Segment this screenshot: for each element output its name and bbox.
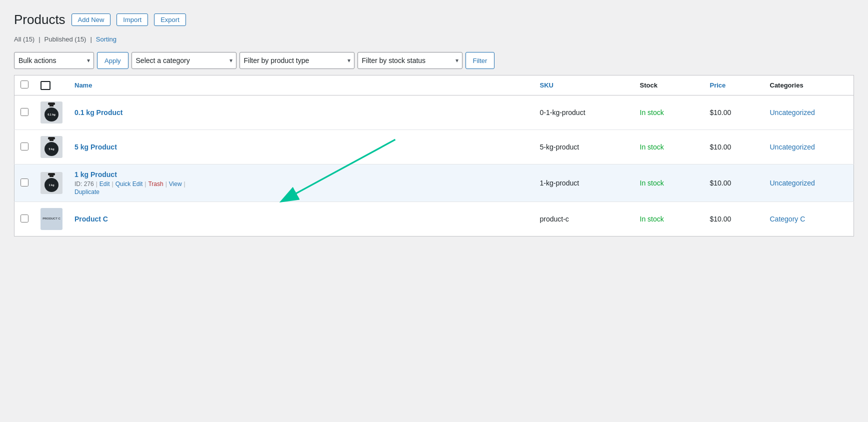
quick-edit-link[interactable]: Quick Edit [116, 180, 143, 188]
stock-status-select[interactable]: Filter by stock status [358, 52, 462, 69]
price-col-header[interactable]: Price [704, 76, 764, 96]
product-sku-cell: 0-1-kg-product [534, 96, 634, 130]
product-name-cell: 5 kg Product [68, 130, 534, 164]
product-sku: product-c [540, 215, 569, 223]
product-categories-cell: Uncategorized [764, 164, 854, 202]
product-category-link[interactable]: Category C [770, 215, 806, 223]
product-price: $10.00 [710, 143, 732, 151]
apply-button[interactable]: Apply [97, 52, 128, 69]
select-all-col [14, 76, 35, 96]
product-name-link[interactable]: 0.1 kg Product [74, 108, 528, 116]
image-col-header [34, 76, 68, 96]
separator-1: | [38, 36, 40, 43]
add-new-button[interactable]: Add New [72, 14, 111, 26]
product-categories-cell: Category C [764, 202, 854, 236]
product-thumb-cell: PRODUCT C [34, 202, 68, 236]
stock-status: In stock [640, 179, 664, 187]
product-name-cell: Product C [68, 202, 534, 236]
product-sku: 5-kg-product [540, 143, 580, 151]
table-row: 5 kg 5 kg Product 5-kg-product In stock … [14, 130, 854, 164]
row-checkbox[interactable] [20, 108, 28, 116]
duplicate-link[interactable]: Duplicate [74, 188, 100, 196]
table-row: 0.1 kg 0.1 kg Product 0-1-kg-product In … [14, 96, 854, 130]
product-name-link[interactable]: 5 kg Product [74, 143, 528, 151]
import-button[interactable]: Import [116, 14, 148, 26]
product-price-cell: $10.00 [704, 96, 764, 130]
product-price: $10.00 [710, 215, 732, 223]
products-table-container: Name SKU Stock Price Categories 0.1 kg 0… [14, 75, 854, 236]
toolbar: Bulk actions ▾ Apply Select a category ▾… [14, 48, 854, 73]
product-row-actions: ID: 276 | Edit | Quick Edit | Trash | Vi… [74, 180, 528, 188]
table-row: PRODUCT C Product C product-c In stock $… [14, 202, 854, 236]
row-checkbox-cell [14, 96, 35, 130]
product-price-cell: $10.00 [704, 164, 764, 202]
product-thumb-cell: 1 kg [34, 164, 68, 202]
product-price-cell: $10.00 [704, 202, 764, 236]
row-checkbox-cell [14, 164, 35, 202]
product-name-link[interactable]: Product C [74, 215, 528, 223]
trash-link[interactable]: Trash [148, 180, 163, 188]
product-name-link[interactable]: 1 kg Product [74, 170, 528, 178]
export-button[interactable]: Export [154, 14, 186, 26]
product-sku: 1-kg-product [540, 179, 580, 187]
product-stock-cell: In stock [634, 164, 704, 202]
product-stock-cell: In stock [634, 130, 704, 164]
stock-status: In stock [640, 108, 664, 116]
sku-col-header[interactable]: SKU [534, 76, 634, 96]
table-header-row: Name SKU Stock Price Categories [14, 76, 854, 96]
row-checkbox[interactable] [20, 178, 28, 186]
product-type-select[interactable]: Filter by product type [240, 52, 354, 69]
bulk-actions-wrapper: Bulk actions ▾ [14, 52, 94, 69]
product-sku-cell: 1-kg-product [534, 164, 634, 202]
product-sku-cell: 5-kg-product [534, 130, 634, 164]
sep3: | [144, 180, 146, 188]
filter-button[interactable]: Filter [466, 52, 495, 69]
tab-sorting[interactable]: Sorting [96, 36, 116, 43]
product-category-link[interactable]: Uncategorized [770, 143, 815, 151]
page-title: Products [14, 12, 66, 28]
stock-status-filter-wrapper: Filter by stock status ▾ [358, 52, 462, 69]
svg-rect-1 [50, 104, 54, 106]
product-price-cell: $10.00 [704, 130, 764, 164]
row-checkbox-cell [14, 202, 35, 236]
row-checkbox-cell [14, 130, 35, 164]
category-select[interactable]: Select a category [132, 52, 236, 69]
product-sku: 0-1-kg-product [540, 108, 586, 116]
product-name-cell: 0.1 kg Product [68, 96, 534, 130]
stock-status: In stock [640, 143, 664, 151]
sep1: | [96, 180, 98, 188]
product-category-link[interactable]: Uncategorized [770, 108, 815, 116]
product-categories-cell: Uncategorized [764, 130, 854, 164]
tab-all[interactable]: All (15) [14, 36, 34, 43]
image-col-icon [40, 81, 50, 90]
edit-link[interactable]: Edit [100, 180, 110, 188]
products-table: Name SKU Stock Price Categories 0.1 kg 0… [14, 75, 854, 236]
product-price: $10.00 [710, 108, 732, 116]
sep2: | [112, 180, 114, 188]
bulk-actions-select[interactable]: Bulk actions [14, 52, 94, 69]
product-name-cell: 1 kg Product ID: 276 | Edit | Quick Edit… [68, 164, 534, 202]
page-header: Products Add New Import Export [14, 12, 854, 28]
category-filter-wrapper: Select a category ▾ [132, 52, 236, 69]
stock-col-header: Stock [634, 76, 704, 96]
tab-published[interactable]: Published (15) [44, 36, 86, 43]
name-col-header[interactable]: Name [68, 76, 534, 96]
row-checkbox[interactable] [20, 142, 28, 150]
product-stock-cell: In stock [634, 202, 704, 236]
sep4: | [166, 180, 167, 188]
product-sku-cell: product-c [534, 202, 634, 236]
svg-text:1 kg: 1 kg [48, 184, 54, 186]
row-checkbox[interactable] [20, 214, 28, 222]
product-price: $10.00 [710, 179, 732, 187]
svg-rect-5 [50, 139, 54, 141]
filter-tabs: All (15) | Published (15) | Sorting [14, 36, 854, 43]
product-thumb-cell: 0.1 kg [34, 96, 68, 130]
select-all-checkbox[interactable] [20, 80, 28, 88]
view-link[interactable]: View [169, 180, 182, 188]
sep5: | [184, 180, 186, 188]
table-row: 1 kg 1 kg Product ID: 276 | Edit | Quick… [14, 164, 854, 202]
svg-rect-9 [50, 175, 54, 177]
svg-text:0.1 kg: 0.1 kg [48, 113, 56, 116]
product-category-link[interactable]: Uncategorized [770, 179, 815, 187]
product-stock-cell: In stock [634, 96, 704, 130]
